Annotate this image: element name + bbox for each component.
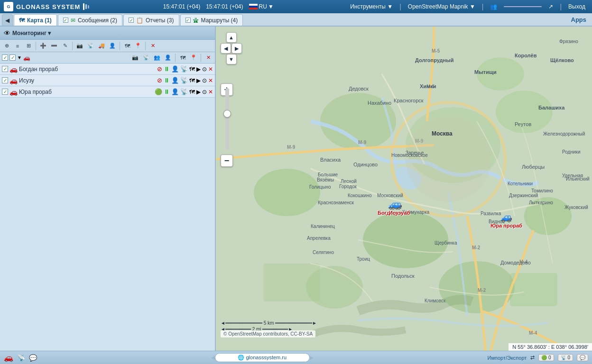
vehicle-2-route-icon[interactable]: 🗺	[189, 77, 195, 84]
svg-rect-11	[510, 273, 557, 306]
vehicle-1-circle-icon[interactable]: ⊙	[202, 66, 207, 73]
status-right: Импорт/Экспорт ⇄ 🟢 0 📡 0 💬	[487, 354, 588, 361]
russia-flag-icon	[249, 4, 258, 9]
tab-messages[interactable]: ✓ ✉ Сообщения (2)	[58, 14, 122, 26]
nav-down-button[interactable]: ▼	[226, 54, 237, 64]
group-users-icon[interactable]: 👥	[152, 53, 162, 63]
logout-button[interactable]: Выход	[565, 2, 588, 11]
map-marker-yura[interactable]: 🚙 Юра прораб	[490, 211, 522, 228]
status-chat-icon[interactable]: 💬	[29, 354, 37, 362]
tab-reports-checkbox[interactable]: ✓	[129, 18, 134, 23]
toolbar-map2-icon[interactable]: 📍	[133, 41, 143, 51]
group-close-icon[interactable]: ✕	[204, 53, 213, 63]
toolbar-minus-icon[interactable]: ➖	[49, 41, 59, 51]
vehicle-1-route-icon[interactable]: 🗺	[189, 66, 195, 73]
vehicle-2-checkbox[interactable]: ✓	[2, 77, 8, 83]
nav-left-button[interactable]: ◀	[221, 43, 231, 54]
vehicle-row-2: ✓ 🚗 Исузу ⊘ ⏸ 👤 📡 🗺 ▶ ⊙ ✕	[0, 75, 215, 86]
svg-text:Железнодорожный: Железнодорожный	[543, 131, 585, 136]
import-export-icon[interactable]: ⇄	[530, 355, 535, 361]
map-area[interactable]: M-5 M-5 M-9 M-9 M-9 M-2 M-2 M-4 M-4	[216, 27, 592, 351]
zoom-slider-handle[interactable]	[223, 110, 231, 118]
marker-yura-icon: 🚙	[500, 211, 512, 223]
svg-text:Дедовск: Дедовск	[349, 86, 369, 91]
status-left: 🚗 📡 💬	[4, 353, 37, 362]
group-collapse-icon[interactable]: ▼	[17, 55, 22, 60]
tab-messages-checkbox[interactable]: ✓	[63, 18, 68, 23]
nav-right-button[interactable]: ▶	[231, 43, 242, 54]
tab-reports-label: Отчеты (3)	[146, 17, 174, 24]
tab-map[interactable]: 🗺 Карта (1)	[14, 14, 57, 26]
import-export-label[interactable]: Импорт/Экспорт	[487, 355, 527, 361]
toolbar-expand-icon[interactable]: ⊕	[2, 41, 11, 51]
vehicle-1-user-icon[interactable]: 👤	[171, 65, 179, 73]
toolbar-route-icon[interactable]: 🗺	[122, 41, 132, 51]
toolbar-list-icon[interactable]: ≡	[13, 41, 22, 51]
group-map-icon[interactable]: 📍	[189, 53, 198, 63]
tab-routes[interactable]: ✓ 🛣 Маршруты (4)	[180, 14, 243, 26]
vehicle-1-signal-icon[interactable]: 📡	[180, 65, 188, 73]
zoom-out-button[interactable]: −	[221, 155, 233, 167]
toolbar-camera-icon[interactable]: 📷	[75, 41, 84, 51]
svg-text:Лыткарино: Лыткарино	[529, 200, 553, 205]
vehicle-2-circle-icon[interactable]: ⊙	[202, 77, 207, 84]
map-coordinates: N 55° 36.8603′ : E 038° 06.3998′	[509, 343, 592, 351]
toolbar-grid-icon[interactable]: ⊞	[24, 41, 33, 51]
map-selector-button[interactable]: OpenStreetMap Mapnik ▼	[405, 2, 478, 11]
vehicle-3-user-icon[interactable]: 👤	[171, 88, 179, 95]
group-camera-icon[interactable]: 📷	[130, 53, 140, 63]
vehicle-2-close-icon[interactable]: ✕	[208, 77, 213, 84]
toolbar-signal-icon[interactable]: 📡	[86, 41, 95, 51]
vehicle-1-play-icon[interactable]: ▶	[196, 66, 201, 73]
svg-text:Удельная: Удельная	[562, 173, 583, 178]
vehicle-1-pause-icon[interactable]: ⏸	[164, 65, 170, 73]
svg-text:Мытищи: Мытищи	[474, 69, 497, 75]
svg-text:Королёв: Королёв	[515, 53, 537, 58]
vehicle-1-close-icon[interactable]: ✕	[208, 66, 213, 73]
vehicle-3-name: Юра прораб	[19, 89, 153, 95]
apps-label: Apps	[571, 16, 591, 23]
tab-routes-checkbox[interactable]: ✓	[185, 18, 191, 23]
zoom-out-icon[interactable]: −	[221, 155, 233, 167]
zoom-slider[interactable]	[225, 88, 229, 150]
svg-text:Томилино: Томилино	[531, 188, 553, 193]
vehicle-3-route-icon[interactable]: 🗺	[189, 89, 195, 95]
group-checkbox-2[interactable]: ✓	[9, 55, 16, 61]
status-car-icon[interactable]: 🚗	[4, 353, 13, 362]
svg-text:Дзержинский: Дзержинский	[509, 193, 538, 198]
expand-button[interactable]: ↗	[546, 2, 556, 11]
users-button[interactable]: 👥	[487, 2, 500, 11]
status-signal-icon[interactable]: 📡	[17, 354, 25, 362]
toolbar-person-icon[interactable]: 👤	[108, 41, 117, 51]
vehicle-3-play-icon[interactable]: ▶	[196, 89, 201, 95]
tools-button[interactable]: Инструменты ▼	[347, 2, 396, 11]
vehicle-3-circle-icon[interactable]: ⊙	[202, 89, 207, 95]
toolbar-edit-icon[interactable]: ✎	[60, 41, 70, 51]
vehicle-3-pause-icon[interactable]: ⏸	[164, 88, 170, 95]
group-route-icon[interactable]: 🗺	[178, 53, 187, 63]
vehicle-3-checkbox[interactable]: ✓	[2, 89, 8, 95]
toolbar-close-icon[interactable]: ✕	[148, 41, 157, 51]
group-checkbox[interactable]: ✓	[2, 55, 8, 61]
nav-up-button[interactable]: ▲	[226, 32, 237, 43]
language-flag[interactable]: RU ▼	[249, 3, 274, 10]
toolbar-add-icon[interactable]: ➕	[38, 41, 48, 51]
map-marker-isuzu[interactable]: 🚙 Исузу	[389, 199, 404, 216]
tab-reports[interactable]: ✓ 📋 Отчеты (3)	[123, 14, 179, 26]
marker-isuzu-label: Исузу	[389, 210, 404, 216]
vehicle-2-user-icon[interactable]: 👤	[171, 77, 179, 84]
vehicle-2-play-icon[interactable]: ▶	[196, 77, 201, 84]
svg-text:Люберцы: Люберцы	[522, 164, 545, 170]
toolbar-truck-icon[interactable]: 🚚	[97, 41, 106, 51]
vehicle-3-close-icon[interactable]: ✕	[208, 89, 213, 95]
monitoring-title[interactable]: Мониторинг ▾	[12, 30, 51, 36]
vehicle-2-pause-icon[interactable]: ⏸	[164, 77, 170, 84]
nav-back-button[interactable]: ◀	[2, 14, 13, 26]
vehicle-2-signal-icon[interactable]: 📡	[180, 77, 188, 84]
group-person-icon[interactable]: 👤	[163, 53, 173, 63]
group-signal-icon[interactable]: 📡	[141, 53, 151, 63]
toolbar-sep-4	[145, 42, 146, 50]
vehicle-3-status-green: 🟢	[155, 88, 162, 95]
vehicle-3-signal-icon[interactable]: 📡	[180, 88, 188, 95]
vehicle-1-checkbox[interactable]: ✓	[2, 66, 8, 72]
